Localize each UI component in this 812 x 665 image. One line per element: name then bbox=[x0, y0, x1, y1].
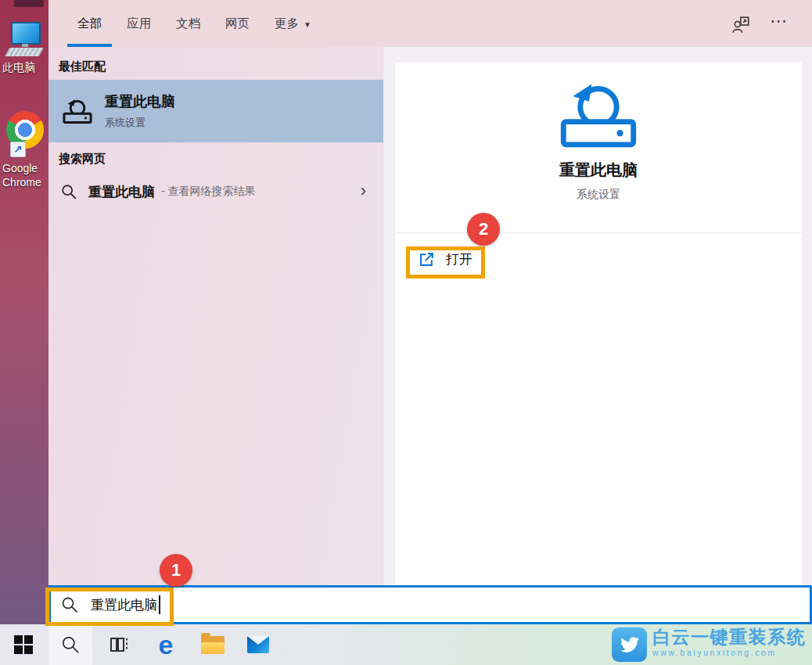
shortcut-arrow-icon bbox=[10, 142, 26, 157]
mail-button[interactable] bbox=[239, 624, 277, 665]
edge-icon: e bbox=[159, 631, 174, 658]
tab-web[interactable]: 网页 bbox=[215, 0, 260, 47]
watermark-title: 白云一键重装系统 bbox=[652, 627, 806, 648]
web-hint: - 查看网络搜索结果 bbox=[161, 185, 256, 199]
chrome-label: Google Chrome bbox=[2, 161, 49, 189]
twitter-bird-icon bbox=[612, 627, 647, 662]
chevron-right-icon[interactable]: › bbox=[361, 181, 366, 201]
dropdown-caret-icon: ▼ bbox=[304, 20, 311, 29]
reset-pc-icon bbox=[61, 97, 94, 125]
filter-tabs: 全部 应用 文档 网页 更多▼ bbox=[67, 0, 322, 47]
preview-zone: 重置此电脑 系统设置 打开 bbox=[383, 47, 812, 585]
mail-icon bbox=[247, 636, 269, 653]
step-badge-1: 1 bbox=[160, 554, 192, 587]
best-match-title: 重置此电脑 bbox=[105, 92, 175, 111]
monitor-stand bbox=[22, 44, 28, 47]
best-match-text: 重置此电脑 系统设置 bbox=[105, 92, 175, 130]
reset-pc-icon-large bbox=[395, 81, 802, 149]
web-search-header: 搜索网页 bbox=[59, 152, 106, 167]
search-header: 全部 应用 文档 网页 更多▼ ⋯ bbox=[49, 0, 812, 47]
this-pc-icon[interactable] bbox=[5, 22, 43, 59]
monitor-screen bbox=[11, 22, 41, 45]
search-icon bbox=[60, 634, 81, 655]
tab-documents[interactable]: 文档 bbox=[166, 0, 210, 47]
cropped-desktop-icon bbox=[14, 0, 44, 7]
windows-search-screen: 此电脑 Google Chrome 全部 应用 文档 网页 更多▼ bbox=[0, 0, 812, 665]
task-view-button[interactable] bbox=[100, 624, 138, 665]
search-flyout: 全部 应用 文档 网页 更多▼ ⋯ 最佳匹配 bbox=[49, 0, 812, 624]
chrome-label-line2: Chrome bbox=[2, 176, 41, 189]
results-panel: 最佳匹配 重置此电脑 系统设置 搜索网页 重置此 bbox=[49, 47, 383, 585]
task-view-icon bbox=[108, 634, 130, 656]
chrome-label-line1: Google bbox=[2, 162, 38, 174]
web-search-result[interactable]: 重置此电脑 - 查看网络搜索结果 › bbox=[49, 172, 383, 211]
tab-more[interactable]: 更多▼ bbox=[264, 0, 322, 47]
preview-card: 重置此电脑 系统设置 打开 bbox=[395, 63, 802, 585]
tab-all[interactable]: 全部 bbox=[67, 0, 112, 47]
best-match-subtitle: 系统设置 bbox=[105, 116, 175, 130]
watermark: 白云一键重装系统 www.baiyunxitong.com bbox=[612, 627, 806, 662]
keyboard bbox=[5, 48, 44, 56]
preview-subtitle: 系统设置 bbox=[395, 188, 802, 202]
step-badge-2: 2 bbox=[467, 213, 500, 246]
annotation-box-search bbox=[45, 588, 174, 626]
windows-start-icon bbox=[14, 635, 33, 654]
watermark-text: 白云一键重装系统 www.baiyunxitong.com bbox=[652, 627, 806, 662]
search-icon bbox=[60, 183, 77, 200]
start-button[interactable] bbox=[5, 624, 42, 665]
web-query: 重置此电脑 bbox=[88, 183, 155, 201]
file-explorer-icon bbox=[201, 636, 225, 654]
tab-more-label: 更多 bbox=[275, 16, 299, 30]
best-match-result[interactable]: 重置此电脑 系统设置 bbox=[49, 80, 383, 142]
ellipsis-icon[interactable]: ⋯ bbox=[770, 11, 789, 31]
tab-apps[interactable]: 应用 bbox=[117, 0, 161, 47]
annotation-box-open bbox=[406, 246, 485, 279]
watermark-url: www.baiyunxitong.com bbox=[652, 648, 806, 657]
file-explorer-button[interactable] bbox=[194, 624, 232, 665]
divider bbox=[395, 232, 802, 233]
taskbar-search-button[interactable] bbox=[49, 624, 92, 665]
feedback-icon[interactable] bbox=[732, 16, 751, 34]
best-match-header: 最佳匹配 bbox=[59, 59, 106, 74]
desktop-background: 此电脑 Google Chrome bbox=[0, 0, 49, 665]
edge-button[interactable]: e bbox=[147, 624, 185, 665]
preview-title: 重置此电脑 bbox=[395, 160, 802, 181]
